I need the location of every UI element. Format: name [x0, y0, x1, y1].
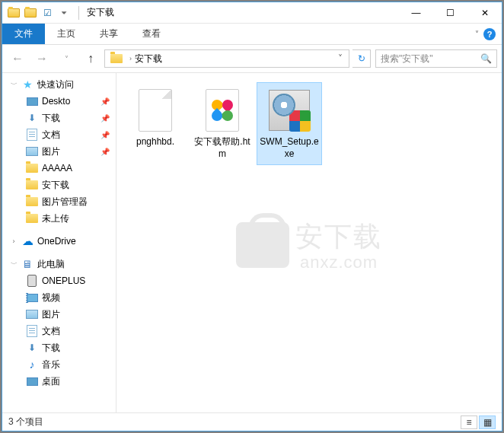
address-dropdown-icon[interactable]: ˅ — [333, 53, 347, 64]
navigation-bar: ← → ˅ ↑ › 安下载 ˅ ↻ 搜索"安下载" 🔍 — [2, 45, 502, 72]
status-bar: 3 个项目 ≡ ▦ — [2, 412, 502, 431]
sidebar-item-downloads[interactable]: ⬇ 下载 📌 — [2, 110, 116, 126]
blank-file-icon — [132, 88, 179, 133]
pc-icon: 🖥 — [21, 257, 34, 271]
search-placeholder: 搜索"安下载" — [381, 53, 433, 65]
qat-properties-icon[interactable] — [22, 5, 39, 21]
sidebar-item-unuploaded[interactable]: 未上传 — [2, 210, 116, 227]
search-input[interactable]: 搜索"安下载" 🔍 — [375, 49, 497, 68]
status-text: 3 个项目 — [8, 415, 43, 428]
window-controls: — ☐ ✕ — [399, 2, 502, 24]
tab-view[interactable]: 查看 — [130, 24, 173, 44]
chevron-right-icon[interactable]: › — [129, 55, 132, 62]
pic-icon — [25, 145, 39, 158]
view-details-button[interactable]: ≡ — [461, 415, 477, 429]
tab-share[interactable]: 共享 — [88, 24, 130, 44]
sidebar-item-desktop[interactable]: Deskto 📌 — [2, 93, 116, 110]
pin-icon: 📌 — [100, 131, 113, 139]
up-button[interactable]: ↑ — [80, 48, 101, 69]
back-button[interactable]: ← — [7, 48, 28, 69]
quick-access-toolbar: ☑ ⏷ — [2, 5, 75, 21]
folder-icon — [25, 212, 39, 225]
desktop-icon — [25, 94, 39, 108]
sidebar-item-videos[interactable]: 视频 — [2, 289, 116, 306]
sidebar-onedrive[interactable]: › ☁ OneDrive — [2, 233, 116, 250]
sidebar-quick-access[interactable]: ﹀ ★ 快速访问 — [2, 76, 116, 93]
content-area[interactable]: 安下载 anxz.com pnghhbd. 安下载帮助.htm — [116, 73, 502, 412]
file-item-pnghhbd[interactable]: pnghhbd. — [123, 82, 188, 154]
titlebar[interactable]: ☑ ⏷ 安下载 — ☐ ✕ — [2, 2, 502, 24]
body: ﹀ ★ 快速访问 Deskto 📌 ⬇ 下载 📌 文档 📌 图片 — [2, 72, 502, 412]
watermark: 安下载 anxz.com — [236, 218, 382, 272]
phone-icon — [25, 274, 39, 288]
close-button[interactable]: ✕ — [467, 2, 502, 24]
sidebar-this-pc[interactable]: ﹀ 🖥 此电脑 — [2, 256, 116, 272]
expand-icon[interactable]: › — [10, 237, 18, 245]
sidebar-item-picmgr[interactable]: 图片管理器 — [2, 193, 116, 210]
sidebar-item-documents[interactable]: 文档 📌 — [2, 126, 116, 143]
forward-button[interactable]: → — [31, 48, 53, 69]
file-item-swm-setup[interactable]: SWM_Setup.exe — [257, 82, 322, 165]
address-segment[interactable]: 安下载 — [135, 53, 162, 65]
download-icon: ⬇ — [25, 111, 39, 125]
app-icon — [5, 5, 22, 21]
download-icon: ⬇ — [25, 341, 39, 355]
maximize-button[interactable]: ☐ — [433, 2, 467, 24]
pin-icon: 📌 — [100, 114, 113, 123]
video-icon — [25, 291, 39, 304]
htm-file-icon — [199, 88, 246, 133]
sidebar-item-aaaaa[interactable]: AAAAA — [2, 160, 116, 177]
exe-file-icon — [266, 88, 313, 133]
navigation-pane[interactable]: ﹀ ★ 快速访问 Deskto 📌 ⬇ 下载 📌 文档 📌 图片 — [2, 73, 116, 412]
tab-home[interactable]: 主页 — [45, 24, 88, 44]
recent-locations-button[interactable]: ˅ — [56, 48, 77, 69]
ribbon-expand-icon[interactable]: ˅ — [475, 30, 479, 38]
qat-customize-icon[interactable]: ⏷ — [56, 5, 72, 21]
sidebar-item-documents2[interactable]: 文档 — [2, 323, 116, 339]
qat-check-icon[interactable]: ☑ — [39, 5, 56, 21]
folder-icon — [25, 178, 39, 192]
star-icon: ★ — [21, 78, 34, 91]
doc-icon — [25, 324, 39, 338]
sidebar-item-desktop2[interactable]: 桌面 — [2, 373, 116, 390]
sidebar-item-pictures2[interactable]: 图片 — [2, 306, 116, 323]
explorer-window: ☑ ⏷ 安下载 — ☐ ✕ 文件 主页 共享 查看 ˅ ? ← → ˅ ↑ › … — [2, 2, 502, 431]
window-title: 安下载 — [87, 6, 114, 19]
music-icon: ♪ — [25, 358, 39, 371]
help-icon[interactable]: ? — [483, 28, 496, 40]
refresh-button[interactable]: ↻ — [352, 49, 371, 68]
title-separator — [78, 6, 79, 20]
sidebar-item-anxz[interactable]: 安下载 — [2, 177, 116, 193]
minimize-button[interactable]: — — [399, 2, 433, 24]
folder-icon — [25, 161, 39, 175]
sidebar-item-music[interactable]: ♪ 音乐 — [2, 356, 116, 373]
address-bar[interactable]: › 安下载 ˅ — [104, 49, 349, 68]
sidebar-item-downloads2[interactable]: ⬇ 下载 — [2, 339, 116, 356]
expand-icon[interactable]: ﹀ — [10, 259, 18, 269]
onedrive-icon: ☁ — [21, 234, 34, 248]
pin-icon: 📌 — [100, 97, 113, 106]
sidebar-item-pictures[interactable]: 图片 📌 — [2, 143, 116, 160]
doc-icon — [25, 128, 39, 142]
sidebar-item-oneplus[interactable]: ONEPLUS — [2, 272, 116, 289]
file-item-help-htm[interactable]: 安下载帮助.htm — [190, 82, 255, 165]
desktop-icon — [25, 374, 39, 388]
tab-file[interactable]: 文件 — [2, 24, 45, 44]
ribbon-tabs: 文件 主页 共享 查看 ˅ ? — [2, 24, 502, 45]
search-icon[interactable]: 🔍 — [480, 53, 492, 64]
folder-icon — [25, 195, 39, 209]
pic-icon — [25, 307, 39, 321]
expand-icon[interactable]: ﹀ — [10, 80, 18, 90]
view-icons-button[interactable]: ▦ — [479, 415, 496, 429]
pin-icon: 📌 — [100, 148, 113, 156]
